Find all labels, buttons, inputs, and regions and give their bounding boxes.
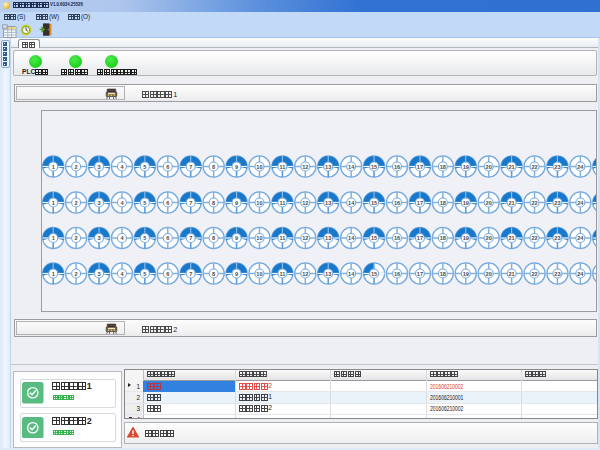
svg-text:3: 3 (97, 235, 100, 241)
svg-text:15: 15 (371, 271, 377, 277)
svg-text:5: 5 (143, 164, 146, 170)
svg-text:17: 17 (417, 164, 423, 170)
svg-text:10: 10 (256, 200, 262, 206)
svg-text:13: 13 (325, 200, 331, 206)
svg-text:11: 11 (279, 235, 285, 241)
svg-text:15: 15 (371, 164, 377, 170)
svg-text:6: 6 (166, 271, 169, 277)
svg-text:9: 9 (235, 200, 238, 206)
svg-text:12: 12 (302, 235, 308, 241)
svg-text:5: 5 (143, 235, 146, 241)
svg-text:1: 1 (52, 235, 55, 241)
svg-text:23: 23 (554, 235, 560, 241)
svg-text:13: 13 (325, 235, 331, 241)
svg-text:18: 18 (440, 271, 446, 277)
svg-text:3: 3 (97, 164, 100, 170)
svg-text:17: 17 (417, 235, 423, 241)
svg-text:16: 16 (394, 271, 400, 277)
svg-text:3: 3 (97, 271, 100, 277)
svg-text:2: 2 (75, 271, 78, 277)
svg-text:16: 16 (394, 235, 400, 241)
svg-text:14: 14 (348, 200, 355, 206)
svg-text:19: 19 (463, 200, 469, 206)
svg-text:12: 12 (302, 200, 308, 206)
svg-text:22: 22 (531, 271, 537, 277)
svg-text:24: 24 (577, 235, 584, 241)
svg-text:24: 24 (577, 271, 584, 277)
svg-text:21: 21 (508, 271, 514, 277)
svg-text:14: 14 (348, 164, 355, 170)
svg-text:2: 2 (75, 164, 78, 170)
svg-text:17: 17 (417, 200, 423, 206)
svg-text:19: 19 (463, 164, 469, 170)
svg-text:20: 20 (486, 200, 492, 206)
svg-text:12: 12 (302, 164, 308, 170)
svg-text:21: 21 (508, 200, 514, 206)
svg-text:14: 14 (348, 271, 355, 277)
svg-text:1: 1 (52, 200, 55, 206)
svg-text:18: 18 (440, 200, 446, 206)
svg-text:23: 23 (554, 200, 560, 206)
svg-text:11: 11 (279, 164, 285, 170)
svg-text:12: 12 (302, 271, 308, 277)
svg-text:10: 10 (256, 235, 262, 241)
svg-text:24: 24 (577, 200, 584, 206)
svg-text:5: 5 (143, 271, 146, 277)
svg-text:9: 9 (235, 164, 238, 170)
svg-text:7: 7 (189, 271, 192, 277)
svg-text:16: 16 (394, 164, 400, 170)
svg-text:2: 2 (75, 235, 78, 241)
svg-text:6: 6 (166, 200, 169, 206)
svg-text:19: 19 (463, 235, 469, 241)
svg-text:10: 10 (256, 164, 262, 170)
svg-text:15: 15 (371, 200, 377, 206)
svg-text:7: 7 (189, 200, 192, 206)
svg-text:11: 11 (279, 271, 285, 277)
svg-text:20: 20 (486, 271, 492, 277)
svg-text:8: 8 (212, 235, 215, 241)
svg-text:1: 1 (52, 164, 55, 170)
svg-text:2: 2 (75, 200, 78, 206)
svg-text:21: 21 (508, 164, 514, 170)
svg-text:11: 11 (279, 200, 285, 206)
svg-text:21: 21 (508, 235, 514, 241)
svg-text:24: 24 (577, 164, 584, 170)
svg-text:22: 22 (531, 200, 537, 206)
svg-text:20: 20 (486, 164, 492, 170)
svg-text:6: 6 (166, 235, 169, 241)
svg-text:20: 20 (486, 235, 492, 241)
svg-text:22: 22 (531, 164, 537, 170)
svg-text:23: 23 (554, 271, 560, 277)
svg-text:9: 9 (235, 235, 238, 241)
svg-text:8: 8 (212, 271, 215, 277)
svg-text:14: 14 (348, 235, 355, 241)
svg-text:1: 1 (52, 271, 55, 277)
svg-text:3: 3 (97, 200, 100, 206)
svg-text:7: 7 (189, 164, 192, 170)
svg-text:19: 19 (463, 271, 469, 277)
svg-text:9: 9 (235, 271, 238, 277)
svg-text:18: 18 (440, 235, 446, 241)
svg-text:15: 15 (371, 235, 377, 241)
svg-text:5: 5 (143, 200, 146, 206)
svg-text:18: 18 (440, 164, 446, 170)
svg-text:6: 6 (166, 164, 169, 170)
svg-text:22: 22 (531, 235, 537, 241)
svg-text:8: 8 (212, 200, 215, 206)
svg-text:16: 16 (394, 200, 400, 206)
svg-text:17: 17 (417, 271, 423, 277)
svg-text:10: 10 (256, 271, 262, 277)
svg-text:23: 23 (554, 164, 560, 170)
svg-text:7: 7 (189, 235, 192, 241)
svg-text:8: 8 (212, 164, 215, 170)
svg-text:13: 13 (325, 271, 331, 277)
svg-text:13: 13 (325, 164, 331, 170)
